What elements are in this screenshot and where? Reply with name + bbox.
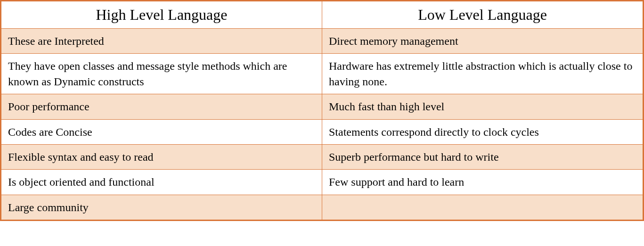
table-row: Is object oriented and functional Few su… — [1, 170, 643, 195]
table-row: These are Interpreted Direct memory mana… — [1, 29, 643, 54]
table-header-row: High Level Language Low Level Language — [1, 1, 643, 29]
table-row: They have open classes and message style… — [1, 54, 643, 94]
cell-low-level: Hardware has extremely little abstractio… — [322, 54, 643, 94]
cell-low-level: Statements correspond directly to clock … — [322, 119, 643, 144]
cell-low-level: Few support and hard to learn — [322, 170, 643, 195]
table-row: Large community — [1, 195, 643, 220]
table-row: Poor performance Much fast than high lev… — [1, 94, 643, 119]
comparison-table-container: High Level Language Low Level Language T… — [0, 0, 644, 221]
header-high-level: High Level Language — [1, 1, 322, 29]
cell-high-level: Large community — [1, 195, 322, 220]
table-row: Codes are Concise Statements correspond … — [1, 119, 643, 144]
cell-low-level: Superb performance but hard to write — [322, 144, 643, 169]
cell-high-level: These are Interpreted — [1, 29, 322, 54]
cell-high-level: Is object oriented and functional — [1, 170, 322, 195]
cell-high-level: Codes are Concise — [1, 119, 322, 144]
table-row: Flexible syntax and easy to read Superb … — [1, 144, 643, 169]
cell-low-level: Much fast than high level — [322, 94, 643, 119]
cell-low-level — [322, 195, 643, 220]
cell-low-level: Direct memory management — [322, 29, 643, 54]
cell-high-level: Flexible syntax and easy to read — [1, 144, 322, 169]
header-low-level: Low Level Language — [322, 1, 643, 29]
cell-high-level: Poor performance — [1, 94, 322, 119]
cell-high-level: They have open classes and message style… — [1, 54, 322, 94]
comparison-table: High Level Language Low Level Language T… — [1, 1, 643, 220]
